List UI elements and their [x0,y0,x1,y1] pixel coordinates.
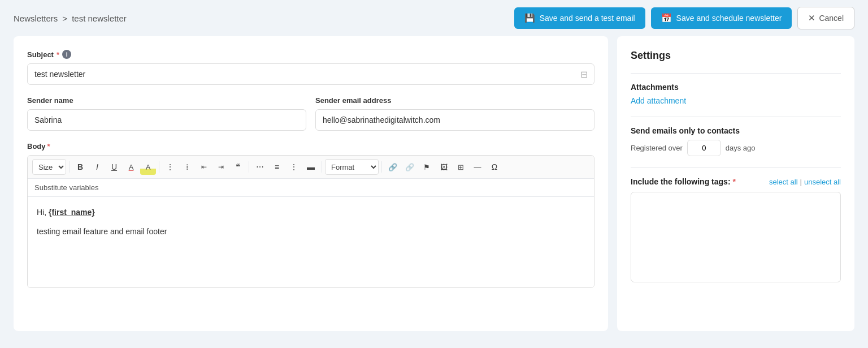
image-button[interactable]: 🖼 [436,159,452,175]
body-field-group: Body * Size 8 10 12 14 16 18 24 [27,142,594,288]
settings-divider-1 [631,73,841,74]
subject-required: * [57,50,59,59]
editor-container: Size 8 10 12 14 16 18 24 B I U [27,155,594,288]
subject-field-group: Subject * i ⊟ [27,50,594,85]
breadcrumb: Newsletters > test newsletter [14,14,127,23]
align-justify-button[interactable]: ▬ [303,159,319,175]
size-select[interactable]: Size 8 10 12 14 16 18 24 [32,159,66,175]
toolbar-divider-4 [322,161,322,173]
toolbar-divider-1 [69,161,70,173]
tags-actions: select all | unselect all [769,178,841,186]
font-color-button[interactable]: A [123,159,139,175]
settings-divider-3 [631,167,841,168]
tags-box[interactable] [631,192,841,282]
save-schedule-button[interactable]: 📅 Save and schedule newsletter [651,7,792,29]
flag-button[interactable]: ⚑ [419,159,435,175]
attachments-section: Attachments Add attachment [631,83,841,105]
send-emails-label: Send emails only to contacts [631,126,841,135]
sender-email-wrapper [315,109,594,131]
substitute-variables-bar: Substitute variables [28,179,594,197]
tags-section: Include the following tags: * select all… [631,177,841,282]
days-ago-label: days ago [726,144,756,152]
subject-label: Subject * i [27,50,594,59]
toolbar-divider-5 [381,161,382,173]
format-select[interactable]: Format Paragraph Heading 1 Heading 2 [325,159,379,175]
save-icon: 💾 [524,13,535,23]
left-panel: Subject * i ⊟ Sender name Sender email a… [14,36,608,331]
sender-name-label: Sender name [27,96,306,105]
calendar-icon: 📅 [661,13,672,23]
unselect-all-link[interactable]: unselect all [804,178,841,186]
sender-row: Sender name Sender email address [27,96,594,131]
italic-button[interactable]: I [89,159,105,175]
breadcrumb-current: test newsletter [72,14,127,23]
save-test-email-button[interactable]: 💾 Save and send a test email [514,7,645,29]
sender-email-label: Sender email address [315,96,594,105]
days-input[interactable] [687,140,721,156]
select-all-link[interactable]: select all [769,178,798,186]
right-panel: Settings Attachments Add attachment Send… [617,36,854,331]
sender-email-input[interactable] [315,109,594,131]
breadcrumb-parent[interactable]: Newsletters [14,14,58,23]
tags-required: * [732,177,735,186]
indent-decrease-button[interactable]: ⇤ [196,159,212,175]
cancel-label: Cancel [819,14,844,23]
main-layout: Subject * i ⊟ Sender name Sender email a… [0,36,868,345]
tags-label: Include the following tags: * [631,177,736,186]
send-emails-row: Registered over days ago [631,140,841,156]
body-required: * [47,142,50,151]
first-name-variable: {first_name} [49,208,95,217]
tags-pipe: | [800,178,802,186]
cancel-button[interactable]: ✕ Cancel [797,7,854,29]
ordered-list-button[interactable]: ⋮ [162,159,178,175]
underline-button[interactable]: U [106,159,122,175]
breadcrumb-separator: > [62,14,67,23]
save-schedule-label: Save and schedule newsletter [676,14,782,23]
registered-over-label: Registered over [631,144,683,152]
editor-body[interactable]: Hi, {first_name} testing email feature a… [28,197,594,287]
add-attachment-link[interactable]: Add attachment [631,96,686,105]
sender-name-input[interactable] [27,109,306,131]
link-button[interactable]: 🔗 [385,159,401,175]
settings-title: Settings [631,50,841,62]
sender-name-wrapper [27,109,306,131]
body-line2: testing email feature and email footer [37,225,585,238]
unlink-button[interactable]: 🔗 [402,159,418,175]
subject-field-icon: ⊟ [580,69,588,80]
hr-button[interactable]: — [470,159,485,175]
subject-info-icon[interactable]: i [62,50,71,59]
subject-input-wrapper: ⊟ [27,63,594,85]
indent-increase-button[interactable]: ⇥ [213,159,229,175]
topbar-actions: 💾 Save and send a test email 📅 Save and … [514,7,854,29]
editor-toolbar: Size 8 10 12 14 16 18 24 B I U [28,156,594,179]
toolbar-divider-3 [249,161,249,173]
align-center-button[interactable]: ≡ [269,159,285,175]
unordered-list-button[interactable]: ⁞ [179,159,195,175]
settings-divider-2 [631,117,841,117]
save-test-email-label: Save and send a test email [540,14,635,23]
bold-button[interactable]: B [72,159,88,175]
blockquote-button[interactable]: ❝ [230,159,246,175]
toolbar-divider-2 [159,161,159,173]
close-icon: ✕ [808,13,815,23]
body-line1: Hi, {first_name} [37,206,585,218]
substitute-variables-button[interactable]: Substitute variables [34,182,98,193]
bg-color-button[interactable]: A [140,159,156,175]
table-button[interactable]: ⊞ [453,159,468,175]
subject-input[interactable] [27,63,594,85]
topbar: Newsletters > test newsletter 💾 Save and… [0,0,868,36]
sender-name-group: Sender name [27,96,306,131]
align-right-button[interactable]: ⋮ [286,159,302,175]
tags-header: Include the following tags: * select all… [631,177,841,186]
attachments-label: Attachments [631,83,841,92]
sender-email-group: Sender email address [315,96,594,131]
send-emails-section: Send emails only to contacts Registered … [631,126,841,156]
omega-button[interactable]: Ω [487,159,502,175]
align-left-button[interactable]: ⋯ [252,159,268,175]
body-label: Body * [27,142,594,151]
